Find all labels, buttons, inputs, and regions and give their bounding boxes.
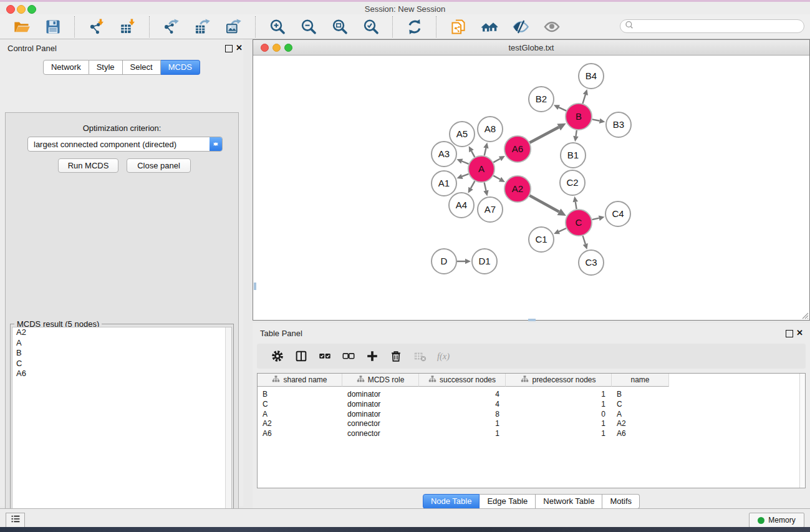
table-close-icon[interactable]: ✕	[796, 328, 803, 337]
node-A1[interactable]: A1	[432, 171, 456, 196]
tab-edge-table[interactable]: Edge Table	[480, 494, 536, 509]
task-history-button[interactable]	[6, 513, 25, 528]
zoom-in-button[interactable]	[266, 17, 289, 37]
fx-button[interactable]: f(x)	[436, 349, 450, 363]
table-cell[interactable]: 1	[419, 418, 499, 428]
tab-style[interactable]: Style	[89, 60, 123, 75]
edge-A-A4[interactable]	[471, 181, 475, 188]
result-item[interactable]: A6	[12, 369, 231, 379]
add-button[interactable]	[365, 349, 379, 363]
node-A5[interactable]: A5	[450, 122, 475, 147]
node-D[interactable]: D	[432, 249, 456, 274]
table-cell[interactable]: 1	[506, 428, 605, 438]
delete-table-button[interactable]	[413, 349, 427, 363]
tab-network[interactable]: Network	[43, 60, 89, 75]
table-cell[interactable]: 1	[506, 418, 605, 428]
edge-C-C3[interactable]	[583, 236, 586, 244]
column-header-successor-nodes[interactable]: successor nodes	[419, 374, 506, 387]
deselect-all-button[interactable]	[342, 349, 355, 363]
node-D1[interactable]: D1	[472, 249, 497, 274]
open-folder-button[interactable]	[11, 17, 33, 37]
refresh-button[interactable]	[403, 17, 426, 37]
criterion-dropdown[interactable]: largest connected component (directed)	[27, 137, 223, 152]
node-A4[interactable]: A4	[449, 193, 474, 218]
node-A[interactable]: A	[468, 156, 494, 182]
table-cell[interactable]: C	[617, 399, 668, 409]
search-box[interactable]	[620, 19, 804, 33]
columns-button[interactable]	[294, 349, 308, 363]
table-cell[interactable]: 0	[506, 409, 605, 419]
trash-button[interactable]	[389, 349, 403, 363]
import-network-button[interactable]	[85, 17, 108, 37]
gear-button[interactable]	[271, 349, 284, 363]
edge-A-A2[interactable]	[493, 176, 500, 180]
table-cell[interactable]: A	[617, 409, 668, 419]
node-A8[interactable]: A8	[478, 117, 503, 142]
column-header-shared-name[interactable]: shared name	[258, 374, 342, 387]
edge-B-B2[interactable]	[559, 107, 566, 111]
import-table-button[interactable]	[117, 17, 139, 37]
table-cell[interactable]: A6	[263, 428, 341, 438]
node-C4[interactable]: C4	[605, 201, 630, 226]
edge-C-C1[interactable]	[559, 228, 566, 231]
network-window-titlebar[interactable]: testGlobe.txt	[253, 40, 809, 56]
node-A3[interactable]: A3	[432, 142, 456, 167]
close-panel-icon[interactable]: ✕	[236, 43, 243, 52]
edge-A-A7[interactable]	[485, 183, 486, 191]
edge-A-A3[interactable]	[462, 162, 469, 164]
node-B2[interactable]: B2	[529, 87, 554, 112]
table-scrollbar[interactable]	[799, 374, 805, 488]
node-table[interactable]: shared nameMCDS rolesuccessor nodesprede…	[257, 373, 806, 488]
export-table-button[interactable]	[191, 17, 214, 37]
edge-A-A1[interactable]	[462, 174, 469, 177]
zoom-selected-button[interactable]	[360, 17, 382, 37]
network-canvas[interactable]: AA1A2A3A4A5A6A7A8BB1B2B3B4CC1C2C3C4DD1	[253, 56, 809, 320]
node-A6[interactable]: A6	[504, 136, 531, 162]
table-cell[interactable]: connector	[347, 428, 418, 438]
node-B1[interactable]: B1	[561, 143, 586, 168]
toggle-graphics-details-button[interactable]	[509, 17, 532, 37]
table-cell[interactable]: A2	[617, 418, 668, 428]
zoom-fit-button[interactable]	[329, 17, 351, 37]
column-header-predecessor-nodes[interactable]: predecessor nodes	[506, 374, 612, 387]
edge-A-A5[interactable]	[471, 151, 475, 157]
table-cell[interactable]: 1	[506, 399, 605, 409]
export-network-button[interactable]	[160, 17, 183, 37]
tab-motifs[interactable]: Motifs	[602, 494, 640, 509]
table-cell[interactable]: 1	[419, 428, 499, 438]
node-B[interactable]: B	[566, 104, 592, 130]
table-cell[interactable]: 4	[419, 399, 499, 409]
table-cell[interactable]: A6	[617, 428, 668, 438]
mcds-result-list[interactable]: A2ABCA6	[12, 327, 232, 532]
memory-button[interactable]: Memory	[749, 513, 804, 528]
edge-B-B4[interactable]	[583, 95, 586, 104]
window-titlebar[interactable]: Session: New Session	[0, 2, 810, 14]
clone-network-button[interactable]	[447, 17, 470, 37]
edge-B-B3[interactable]	[592, 119, 600, 120]
search-input[interactable]	[634, 21, 804, 32]
node-C[interactable]: C	[566, 210, 592, 236]
edge-A-A6[interactable]	[493, 159, 500, 163]
edge-A-A8[interactable]	[485, 148, 486, 155]
node-C3[interactable]: C3	[579, 250, 604, 275]
table-cell[interactable]: C	[263, 399, 341, 409]
node-B3[interactable]: B3	[606, 112, 631, 137]
edge-A2-C[interactable]	[529, 196, 559, 212]
tab-select[interactable]: Select	[123, 60, 161, 75]
save-button[interactable]	[42, 17, 64, 37]
edge-C-C2[interactable]	[576, 202, 577, 210]
table-cell[interactable]: 4	[419, 389, 499, 399]
show-hide-eye-button[interactable]	[541, 17, 563, 37]
tab-node-table[interactable]: Node Table	[423, 494, 480, 509]
node-A2[interactable]: A2	[504, 176, 531, 202]
table-cell[interactable]: 1	[506, 389, 605, 399]
export-image-button[interactable]	[223, 17, 245, 37]
result-list-scrollbar[interactable]	[225, 327, 231, 532]
result-item[interactable]: A2	[12, 327, 231, 338]
column-header-MCDS-role[interactable]: MCDS role	[342, 374, 419, 387]
table-cell[interactable]: B	[263, 389, 341, 399]
select-all-button[interactable]	[318, 349, 332, 363]
table-cell[interactable]: dominator	[347, 399, 418, 409]
node-A7[interactable]: A7	[478, 197, 503, 222]
table-cell[interactable]: dominator	[347, 409, 418, 419]
